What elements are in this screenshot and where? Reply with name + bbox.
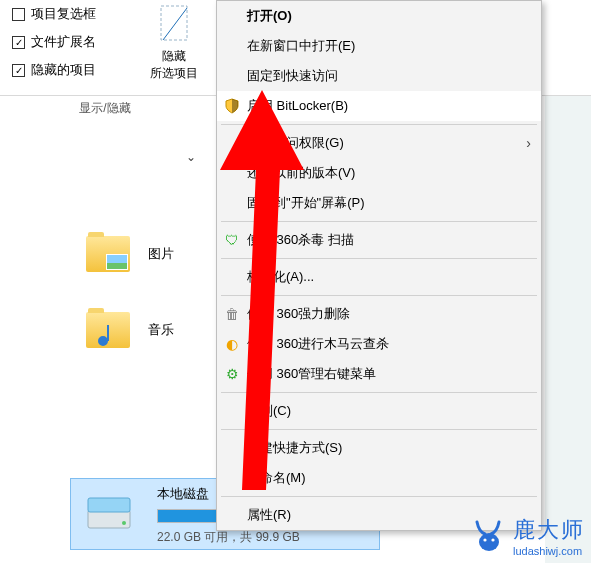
checkbox-file-ext[interactable]: ✓ 文件扩展名 (12, 28, 96, 56)
checkbox-icon[interactable] (12, 8, 25, 21)
menu-360-force-delete[interactable]: 🗑 使用 360强力删除 (217, 299, 541, 329)
disk-size-text: 22.0 GB 可用，共 99.9 GB (157, 529, 369, 546)
context-menu: 打开(O) 在新窗口中打开(E) 固定到快速访问 启用 BitLocker(B)… (216, 0, 542, 531)
gear-icon: ⚙ (223, 365, 241, 383)
menu-label: 重命名(M) (247, 469, 306, 487)
hide-selected-icon (138, 0, 210, 48)
menu-360-manage-menu[interactable]: ⚙ 使用 360管理右键菜单 (217, 359, 541, 389)
menu-label: 还原以前的版本(V) (247, 164, 355, 182)
music-note-icon (98, 328, 116, 346)
menu-label: 授予访问权限(G) (247, 134, 344, 152)
deer-icon (471, 518, 507, 554)
menu-pin-start[interactable]: 固定到"开始"屏幕(P) (217, 188, 541, 218)
svg-point-6 (483, 538, 486, 541)
menu-label: 格式化(A)... (247, 268, 314, 286)
menu-label: 在新窗口中打开(E) (247, 37, 355, 55)
menu-label: 使用 360进行木马云查杀 (247, 335, 389, 353)
watermark-brand: 鹿大师 (513, 517, 585, 542)
folder-icon (86, 236, 130, 272)
menu-label: 打开(O) (247, 7, 292, 25)
watermark-url: ludashiwj.com (513, 545, 585, 557)
checkbox-icon[interactable]: ✓ (12, 64, 25, 77)
ribbon-section-caption: 显示/隐藏 (0, 96, 210, 120)
checkbox-item-boxes[interactable]: 项目复选框 (12, 0, 96, 28)
menu-enable-bitlocker[interactable]: 启用 BitLocker(B) (217, 91, 541, 121)
menu-open-new-window[interactable]: 在新窗口中打开(E) (217, 31, 541, 61)
folder-label: 图片 (148, 245, 174, 263)
menu-copy[interactable]: 复制(C) (217, 396, 541, 426)
menu-separator (221, 124, 537, 125)
folder-label: 音乐 (148, 321, 174, 339)
svg-rect-2 (88, 498, 130, 512)
folder-icon (86, 312, 130, 348)
checkbox-label: 项目复选框 (31, 5, 96, 23)
svg-point-5 (479, 533, 499, 551)
menu-separator (221, 258, 537, 259)
checkbox-hidden-items[interactable]: ✓ 隐藏的项目 (12, 56, 96, 84)
menu-label: 固定到"开始"屏幕(P) (247, 194, 365, 212)
menu-restore-previous[interactable]: 还原以前的版本(V) (217, 158, 541, 188)
menu-label: 使用 360杀毒 扫描 (247, 231, 354, 249)
menu-separator (221, 496, 537, 497)
menu-grant-access[interactable]: 授予访问权限(G) › (217, 128, 541, 158)
checkbox-icon[interactable]: ✓ (12, 36, 25, 49)
ribbon-checkbox-column: 项目复选框 ✓ 文件扩展名 ✓ 隐藏的项目 (12, 0, 96, 84)
hide-selected-label-1: 隐藏 (138, 48, 210, 65)
disk-icon (71, 479, 147, 549)
submenu-arrow-icon: › (526, 135, 531, 151)
watermark: 鹿大师 ludashiwj.com (471, 515, 585, 557)
menu-separator (221, 392, 537, 393)
picture-thumb-icon (106, 254, 128, 270)
checkbox-label: 隐藏的项目 (31, 61, 96, 79)
menu-separator (221, 295, 537, 296)
checkbox-label: 文件扩展名 (31, 33, 96, 51)
shield-green-icon: 🛡 (223, 231, 241, 249)
chevron-down-icon[interactable]: ⌄ (186, 150, 196, 164)
trash-icon: 🗑 (223, 305, 241, 323)
menu-360-trojan-scan[interactable]: ◐ 使用 360进行木马云查杀 (217, 329, 541, 359)
menu-format[interactable]: 格式化(A)... (217, 262, 541, 292)
folder-pictures[interactable]: 图片 (86, 236, 174, 272)
shield-icon (223, 97, 241, 115)
menu-create-shortcut[interactable]: 创建快捷方式(S) (217, 433, 541, 463)
svg-point-3 (122, 521, 126, 525)
hide-selected-label-2: 所选项目 (138, 65, 210, 82)
menu-rename[interactable]: 重命名(M) (217, 463, 541, 493)
menu-360-scan[interactable]: 🛡 使用 360杀毒 扫描 (217, 225, 541, 255)
svg-rect-1 (88, 510, 130, 528)
svg-rect-0 (161, 6, 187, 40)
svg-point-7 (491, 538, 494, 541)
menu-label: 创建快捷方式(S) (247, 439, 342, 457)
menu-label: 使用 360强力删除 (247, 305, 350, 323)
menu-label: 属性(R) (247, 506, 291, 524)
menu-separator (221, 221, 537, 222)
menu-pin-quick-access[interactable]: 固定到快速访问 (217, 61, 541, 91)
menu-separator (221, 429, 537, 430)
menu-label: 使用 360管理右键菜单 (247, 365, 376, 383)
menu-label: 启用 BitLocker(B) (247, 97, 348, 115)
menu-label: 复制(C) (247, 402, 291, 420)
menu-open[interactable]: 打开(O) (217, 1, 541, 31)
hide-selected-button[interactable]: 隐藏 所选项目 (138, 0, 210, 82)
scan-icon: ◐ (223, 335, 241, 353)
menu-label: 固定到快速访问 (247, 67, 338, 85)
folder-music[interactable]: 音乐 (86, 312, 174, 348)
